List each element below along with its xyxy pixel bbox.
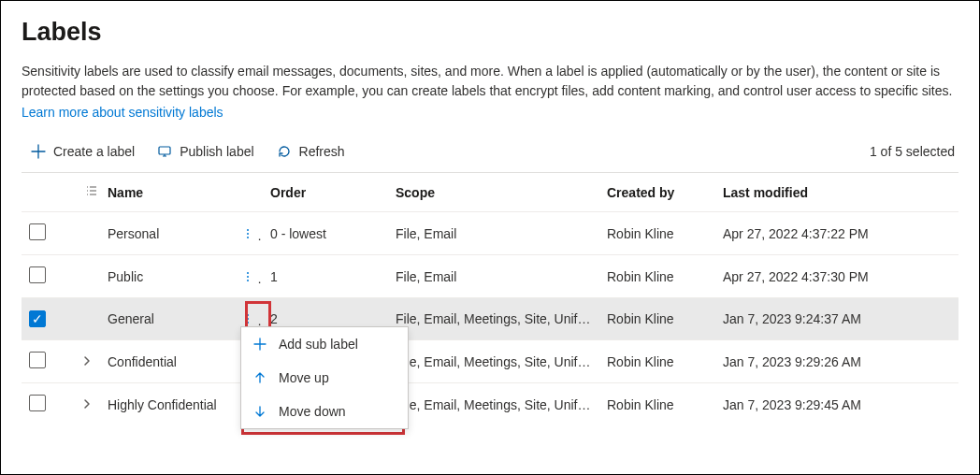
arrow-up-icon <box>252 371 267 384</box>
table-row[interactable]: Public1File, EmailRobin KlineApr 27, 202… <box>22 255 958 298</box>
row-checkbox[interactable] <box>29 352 46 368</box>
col-scope[interactable]: Scope <box>388 173 599 212</box>
col-name[interactable]: Name <box>100 173 231 212</box>
refresh-button[interactable]: Refresh <box>267 140 354 163</box>
row-last-modified: Jan 7, 2023 9:29:26 AM <box>715 340 958 383</box>
row-last-modified: Apr 27, 2022 4:37:22 PM <box>715 212 958 255</box>
publish-label-button[interactable]: Publish label <box>148 140 263 163</box>
svg-point-7 <box>247 314 249 316</box>
row-created-by: Robin Kline <box>599 340 715 383</box>
toolbar: Create a label Publish label Refresh 1 o… <box>22 137 958 173</box>
row-created-by: Robin Kline <box>599 383 715 426</box>
svg-point-8 <box>247 318 249 320</box>
menu-add-sub-label-text: Add sub label <box>279 337 358 352</box>
row-checkbox[interactable] <box>29 266 46 283</box>
row-scope: File, Email <box>388 255 599 298</box>
publish-icon <box>157 144 172 159</box>
page-frame: Labels Sensitivity labels are used to cl… <box>0 0 980 475</box>
arrow-down-icon <box>252 405 267 418</box>
create-label-text: Create a label <box>53 144 135 159</box>
publish-label-text: Publish label <box>180 144 253 159</box>
row-actions-button[interactable] <box>238 267 257 286</box>
create-label-button[interactable]: Create a label <box>22 140 144 163</box>
row-name[interactable]: Personal <box>100 212 231 255</box>
col-order[interactable]: Order <box>263 173 388 212</box>
chevron-right-icon[interactable] <box>81 397 93 412</box>
table-row[interactable]: Highly ConfidentialFile, Email, Meetings… <box>22 383 958 426</box>
refresh-icon <box>277 144 292 159</box>
row-created-by: Robin Kline <box>599 298 715 340</box>
selection-count: 1 of 5 selected <box>870 144 958 159</box>
row-created-by: Robin Kline <box>599 212 715 255</box>
svg-point-2 <box>247 233 249 235</box>
svg-point-1 <box>247 229 249 231</box>
page-description: Sensitivity labels are used to classify … <box>22 62 957 101</box>
row-last-modified: Apr 27, 2022 4:37:30 PM <box>715 255 958 298</box>
row-name[interactable]: Public <box>100 255 231 298</box>
chevron-right-icon[interactable] <box>81 354 93 369</box>
learn-more-link[interactable]: Learn more about sensitivity labels <box>22 105 223 120</box>
menu-add-sub-label[interactable]: Add sub label <box>241 327 408 361</box>
row-checkbox[interactable] <box>29 310 46 327</box>
plus-icon <box>31 144 46 159</box>
table-row[interactable]: General2File, Email, Meetings, Site, Uni… <box>22 298 958 340</box>
svg-point-4 <box>247 272 249 274</box>
menu-move-up[interactable]: Move up <box>241 361 408 395</box>
svg-rect-0 <box>159 147 170 154</box>
row-last-modified: Jan 7, 2023 9:29:45 AM <box>715 383 958 426</box>
svg-point-6 <box>247 280 249 281</box>
svg-point-9 <box>247 322 249 324</box>
svg-point-3 <box>247 237 249 238</box>
list-view-icon[interactable] <box>81 184 98 197</box>
row-context-menu: Add sub label Move up Move down <box>240 326 409 429</box>
row-actions-button[interactable] <box>238 224 257 243</box>
menu-move-down-text: Move down <box>279 404 346 419</box>
row-created-by: Robin Kline <box>599 255 715 298</box>
menu-move-up-text: Move up <box>279 370 329 385</box>
row-last-modified: Jan 7, 2023 9:24:37 AM <box>715 298 958 340</box>
row-name[interactable]: Highly Confidential <box>100 383 231 426</box>
col-created-by[interactable]: Created by <box>599 173 715 212</box>
menu-move-down[interactable]: Move down <box>241 395 408 428</box>
table-row[interactable]: ConfidentialFile, Email, Meetings, Site,… <box>22 340 958 383</box>
row-order: 0 - lowest <box>263 212 388 255</box>
table-header-row: Name Order Scope Created by Last modifie… <box>22 173 958 212</box>
row-order: 1 <box>263 255 388 298</box>
row-actions-button[interactable] <box>238 309 257 328</box>
row-scope: File, Email, Meetings, Site, UnifiedGrou… <box>388 298 599 340</box>
table-row[interactable]: Personal0 - lowestFile, EmailRobin Kline… <box>22 212 958 255</box>
row-scope: File, Email <box>388 212 599 255</box>
labels-table: Name Order Scope Created by Last modifie… <box>22 173 958 425</box>
col-last-modified[interactable]: Last modified <box>715 173 958 212</box>
refresh-text: Refresh <box>299 144 345 159</box>
row-scope: File, Email, Meetings, Site, UnifiedGrou… <box>388 383 599 426</box>
plus-icon <box>252 338 267 351</box>
row-scope: File, Email, Meetings, Site, UnifiedGrou… <box>388 340 599 383</box>
row-checkbox[interactable] <box>29 395 46 411</box>
row-checkbox[interactable] <box>29 223 46 240</box>
page-title: Labels <box>22 18 958 47</box>
row-name[interactable]: Confidential <box>100 340 231 383</box>
svg-point-5 <box>247 276 249 278</box>
row-name[interactable]: General <box>100 298 231 340</box>
